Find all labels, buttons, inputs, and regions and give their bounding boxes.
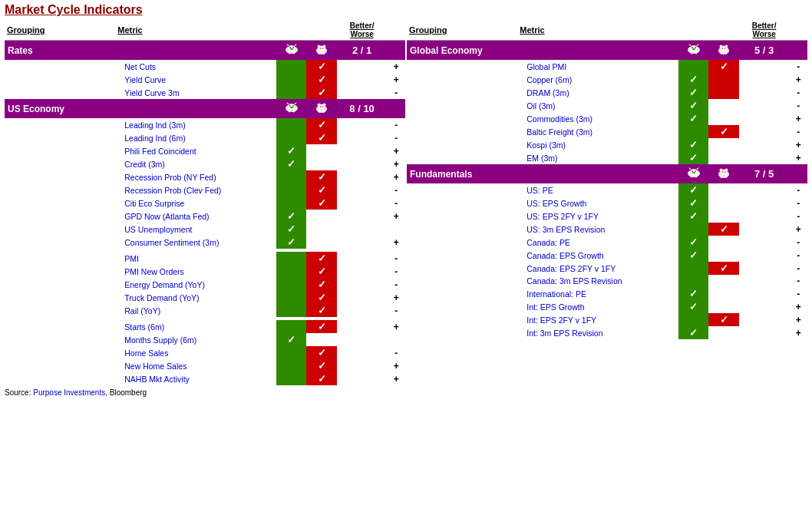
metric-name-cell: Baltic Freight (3m) <box>517 125 678 138</box>
metric-grouping-cell <box>5 183 115 196</box>
metric-row: Int: EPS Growth ✓ + <box>407 300 807 313</box>
metric-name-cell: Consumer Sentiment (3m) <box>115 236 276 249</box>
metric-row: Recession Prob (Clev Fed) ✓ - <box>5 183 405 196</box>
bull-check-cell: ✓ <box>276 210 306 223</box>
page-title: Market Cycle Indicators <box>5 3 807 17</box>
bull-empty-cell <box>276 118 306 131</box>
bear-check-cell: ✓ <box>306 320 336 333</box>
group-header-row: Fundamentals 7 / 5 <box>407 164 807 183</box>
no-bear-cell <box>708 275 738 287</box>
metric-row: Starts (6m) ✓ + <box>5 320 405 333</box>
metric-row: Energy Demand (YoY) ✓ - <box>5 278 405 291</box>
metric-row: US: EPS Growth ✓ - <box>407 196 807 210</box>
right-table-body: Global Economy 5 / 3 Glo <box>407 41 807 340</box>
metric-score-cell <box>337 60 388 73</box>
bull-check-cell: ✓ <box>678 138 708 151</box>
metric-grouping-cell <box>5 170 115 183</box>
svg-marker-20 <box>294 102 297 104</box>
metric-score-cell <box>739 151 790 164</box>
metric-row: Kospi (3m) ✓ + <box>407 138 807 151</box>
metric-name-cell: US: PE <box>517 183 678 196</box>
bull-check-cell: ✓ <box>276 223 306 236</box>
metric-grouping-cell <box>5 157 115 170</box>
bull-check-cell: ✓ <box>678 99 708 112</box>
metric-name-cell: International: PE <box>517 287 678 300</box>
metric-grouping-cell <box>407 138 517 151</box>
bull-icon-cell <box>276 41 306 61</box>
metric-signal-cell: - <box>387 131 405 144</box>
metric-name-cell: Home Sales <box>115 346 276 359</box>
metric-signal-cell: - <box>387 304 405 317</box>
no-bear-cell <box>708 151 738 164</box>
metric-signal-cell: - <box>789 262 807 275</box>
no-bear-cell <box>306 210 336 223</box>
metric-row: Citi Eco Surprise ✓ - <box>5 196 405 210</box>
bull-check-cell: ✓ <box>678 326 708 339</box>
metric-signal-cell: + <box>789 138 807 151</box>
right-grouping-header: Grouping <box>407 20 517 41</box>
metric-name-cell: US: 3m EPS Revision <box>517 223 678 236</box>
metric-grouping-cell <box>5 144 115 157</box>
metric-grouping-cell <box>5 278 115 291</box>
svg-point-8 <box>290 48 293 50</box>
metric-name-cell: NAHB Mkt Activity <box>115 372 276 385</box>
metric-score-cell <box>739 275 790 287</box>
metric-score-cell <box>337 333 388 346</box>
left-worse-label: Worse <box>350 30 373 38</box>
metric-row: PMI New Orders ✓ - <box>5 265 405 278</box>
metric-signal-cell: + <box>789 73 807 86</box>
metric-grouping-cell <box>407 262 517 275</box>
no-bear-cell <box>306 223 336 236</box>
metric-name-cell: Truck Demand (YoY) <box>115 291 276 304</box>
svg-point-33 <box>322 106 324 107</box>
svg-point-15 <box>320 48 322 49</box>
left-bull-header <box>276 20 306 41</box>
bear-icon-cell <box>708 164 738 183</box>
metric-grouping-cell <box>407 210 517 223</box>
metric-score-cell <box>337 304 388 317</box>
group-header-row: US Economy 8 / 10 <box>5 99 405 118</box>
metric-name-cell: Canada: 3m EPS Revision <box>517 275 678 287</box>
metric-score-cell <box>739 112 790 125</box>
group-score: 7 / 5 <box>739 164 790 183</box>
bear-check-cell: ✓ <box>708 313 738 326</box>
metric-grouping-cell <box>407 236 517 249</box>
no-bear-cell <box>708 287 738 300</box>
metric-score-cell <box>337 346 388 359</box>
metric-score-cell <box>739 223 790 236</box>
bear-check-cell: ✓ <box>306 278 336 291</box>
group-score: 8 / 10 <box>337 99 388 118</box>
metric-signal-cell: + <box>789 112 807 125</box>
metric-grouping-cell <box>5 333 115 346</box>
left-header-row: Grouping Metric Better/Worse <box>5 20 405 41</box>
bear-icon-cell <box>708 41 738 61</box>
metric-row: New Home Sales ✓ + <box>5 359 405 372</box>
svg-point-31 <box>323 110 325 113</box>
no-bear-cell <box>708 112 738 125</box>
group-spacer <box>387 99 405 118</box>
svg-point-24 <box>292 105 294 107</box>
bull-check-cell: ✓ <box>678 210 708 223</box>
svg-point-16 <box>322 48 324 49</box>
group-score: 2 / 1 <box>337 41 388 61</box>
svg-point-28 <box>318 104 321 107</box>
metric-score-cell <box>739 73 790 86</box>
source-link[interactable]: Purpose Investments <box>33 388 105 397</box>
metric-signal-cell: + <box>789 326 807 339</box>
bull-check-cell: ✓ <box>678 196 708 210</box>
metric-name-cell: EM (3m) <box>517 151 678 164</box>
metric-name-cell: Oil (3m) <box>517 99 678 112</box>
metric-signal-cell: + <box>387 372 405 385</box>
metric-row: Canada: PE ✓ - <box>407 236 807 249</box>
bull-empty-cell <box>678 125 708 138</box>
metric-score-cell <box>337 372 388 385</box>
metric-signal-cell: - <box>789 210 807 223</box>
left-better-header: Better/Worse <box>337 20 388 41</box>
svg-point-59 <box>692 172 695 173</box>
bear-check-cell: ✓ <box>306 346 336 359</box>
metric-signal-cell: - <box>387 278 405 291</box>
metric-grouping-cell <box>5 210 115 223</box>
metric-name-cell: Rail (YoY) <box>115 304 276 317</box>
bear-check-cell: ✓ <box>306 86 336 99</box>
metric-grouping-cell <box>407 196 517 210</box>
